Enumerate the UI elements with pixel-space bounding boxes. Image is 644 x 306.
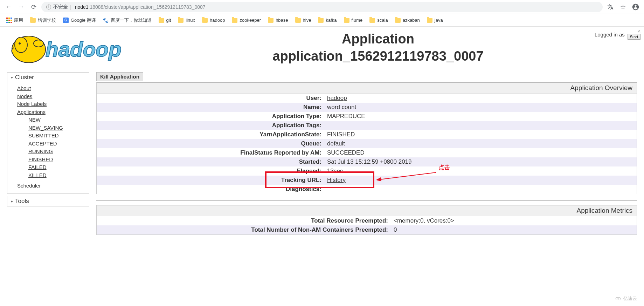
kill-application-button[interactable]: Kill Application xyxy=(96,72,143,81)
bookmark-item-11[interactable]: scala xyxy=(367,16,390,24)
bookmark-item-7[interactable]: hbase xyxy=(265,16,291,24)
reload-button[interactable]: ⟳ xyxy=(29,2,39,12)
overview-row: Application Type:MAPREDUCE xyxy=(97,112,637,121)
svg-point-2 xyxy=(19,42,21,45)
bookmarks-bar: 应用 培训学校 GGoogle 翻译 🐾百度一下，你就知道 git linux … xyxy=(0,14,644,27)
bookmark-item-8[interactable]: hive xyxy=(292,16,314,24)
bookmark-item-10[interactable]: flume xyxy=(341,16,366,24)
svg-point-3 xyxy=(34,40,43,47)
overview-label: YarnApplicationState: xyxy=(97,130,324,139)
forward-button[interactable]: → xyxy=(16,2,26,12)
overview-link[interactable]: History xyxy=(327,177,346,183)
overview-label: Tracking URL: xyxy=(97,176,324,185)
overview-value: default xyxy=(324,139,637,148)
overview-row: User:hadoop xyxy=(97,94,637,103)
overview-row: FinalStatus Reported by AM:SUCCEEDED xyxy=(97,148,637,157)
folder-icon xyxy=(232,18,237,23)
folder-icon xyxy=(295,18,301,23)
sidebar-link-about[interactable]: About xyxy=(17,84,89,93)
folder-icon xyxy=(159,18,164,23)
overview-row: Tracking URL:History xyxy=(97,176,637,185)
bookmark-item-3[interactable]: git xyxy=(156,16,174,24)
sidebar-state-new[interactable]: NEW xyxy=(17,116,89,124)
overview-value: 13sec xyxy=(324,166,637,176)
bookmark-item-4[interactable]: linux xyxy=(175,16,198,24)
metrics-value: <memory:0, vCores:0> xyxy=(391,216,637,225)
logged-in-label: Logged in as P. Start xyxy=(595,29,640,40)
metrics-row: Total Number of Non-AM Containers Preemp… xyxy=(97,225,637,234)
start-button[interactable]: Start xyxy=(628,34,640,40)
overview-link[interactable]: hadoop xyxy=(327,95,347,101)
sidebar-state-killed[interactable]: KILLED xyxy=(17,171,89,179)
sidebar: Cluster About Nodes Node Labels Applicat… xyxy=(7,72,89,235)
bookmark-item-9[interactable]: kafka xyxy=(315,16,339,24)
main-content: Kill Application Application Overview Us… xyxy=(96,72,637,235)
overview-row: YarnApplicationState:FINISHED xyxy=(97,130,637,139)
overview-row: Started:Sat Jul 13 15:12:59 +0800 2019 xyxy=(97,157,637,166)
bookmark-item-5[interactable]: hadoop xyxy=(199,16,228,24)
folder-icon xyxy=(369,18,375,23)
sidebar-state-failed[interactable]: FAILED xyxy=(17,163,89,171)
baidu-icon: 🐾 xyxy=(103,18,109,23)
overview-label: Elapsed: xyxy=(97,166,324,176)
overview-value: MAPREDUCE xyxy=(324,112,637,121)
overview-link[interactable]: default xyxy=(327,140,345,147)
overview-row: Application Tags: xyxy=(97,121,637,130)
separator xyxy=(96,200,637,201)
url-bar[interactable]: i 不安全 | node1:18088/cluster/app/applicat… xyxy=(41,2,603,12)
overview-box: Application Overview User:hadoopName:wor… xyxy=(96,82,637,194)
translate-icon: G xyxy=(63,18,69,23)
sidebar-header-tools[interactable]: Tools xyxy=(7,196,89,206)
url-text: node1:18088/cluster/app/application_1562… xyxy=(75,4,206,10)
metrics-box: Application Metrics Total Resource Preem… xyxy=(96,205,637,235)
folder-icon xyxy=(268,18,273,23)
overview-row: Name:word count xyxy=(97,103,637,112)
svg-text:hadoop: hadoop xyxy=(46,38,122,61)
back-button[interactable]: ← xyxy=(4,2,13,12)
metrics-title: Application Metrics xyxy=(97,205,637,216)
sidebar-state-submitted[interactable]: SUBMITTED xyxy=(17,132,89,140)
sidebar-state-accepted[interactable]: ACCEPTED xyxy=(17,140,89,148)
bookmark-item-2[interactable]: 🐾百度一下，你就知道 xyxy=(100,16,154,25)
sidebar-link-nodelabels[interactable]: Node Labels xyxy=(17,100,89,108)
insecure-label: 不安全 xyxy=(53,4,68,10)
folder-icon xyxy=(178,18,183,23)
bookmark-item-6[interactable]: zookeeper xyxy=(229,16,264,24)
page-title: Application application_1562912119783_00… xyxy=(154,30,637,65)
folder-icon xyxy=(395,18,401,23)
overview-label: Name: xyxy=(97,103,324,112)
overview-value xyxy=(324,121,637,130)
overview-value: SUCCEEDED xyxy=(324,148,637,157)
metrics-table: Total Resource Preempted:<memory:0, vCor… xyxy=(97,216,637,234)
sidebar-state-running[interactable]: RUNNING xyxy=(17,148,89,156)
translate-icon[interactable] xyxy=(605,2,615,12)
bookmark-apps[interactable]: 应用 xyxy=(4,16,26,25)
bookmark-item-12[interactable]: azkaban xyxy=(392,16,423,24)
overview-label: Diagnostics: xyxy=(97,185,324,194)
overview-value: FINISHED xyxy=(324,130,637,139)
overview-label: Application Type: xyxy=(97,112,324,121)
sidebar-link-applications[interactable]: Applications xyxy=(17,108,89,116)
browser-toolbar: ← → ⟳ i 不安全 | node1:18088/cluster/app/ap… xyxy=(0,0,644,14)
sidebar-link-scheduler[interactable]: Scheduler xyxy=(17,182,89,190)
profile-icon[interactable] xyxy=(631,2,640,12)
bookmark-item-1[interactable]: GGoogle 翻译 xyxy=(60,16,99,25)
star-icon[interactable]: ☆ xyxy=(618,2,628,12)
overview-table: User:hadoopName:word countApplication Ty… xyxy=(97,94,637,194)
svg-point-1 xyxy=(15,37,27,53)
sidebar-link-nodes[interactable]: Nodes xyxy=(17,93,89,101)
sidebar-header-cluster[interactable]: Cluster xyxy=(7,73,89,82)
metrics-label: Total Resource Preempted: xyxy=(97,216,391,225)
overview-label: User: xyxy=(97,94,324,103)
folder-icon xyxy=(318,18,324,23)
folder-icon xyxy=(30,18,36,23)
sidebar-section-tools: Tools xyxy=(7,196,89,206)
bookmark-item-0[interactable]: 培训学校 xyxy=(27,16,59,25)
metrics-value: 0 xyxy=(391,225,637,234)
sidebar-state-finished[interactable]: FINISHED xyxy=(17,156,89,164)
metrics-row: Total Resource Preempted:<memory:0, vCor… xyxy=(97,216,637,225)
bookmark-item-13[interactable]: java xyxy=(424,16,446,24)
folder-icon xyxy=(344,18,349,23)
sidebar-state-newsaving[interactable]: NEW_SAVING xyxy=(17,124,89,132)
info-icon: i xyxy=(46,5,51,9)
